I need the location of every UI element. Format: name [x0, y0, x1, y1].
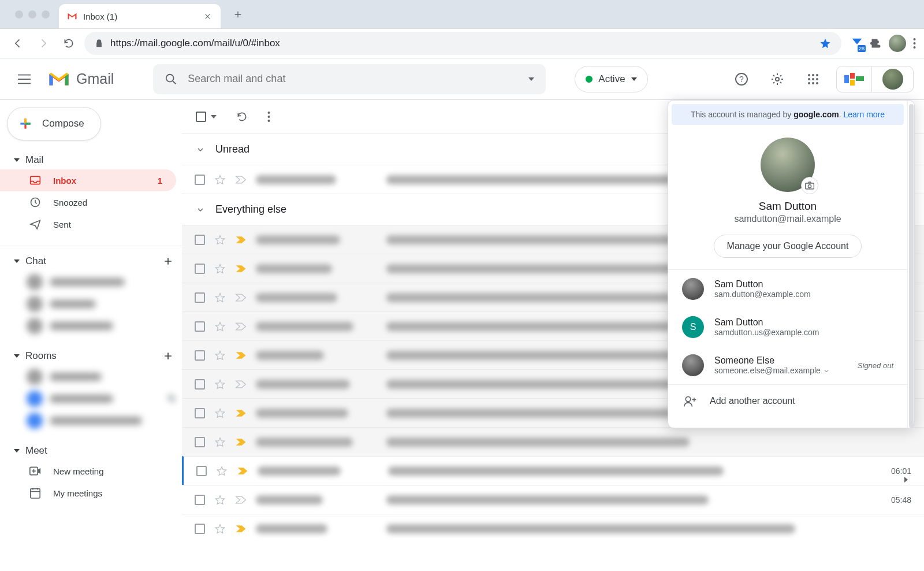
- search-options-icon[interactable]: [528, 77, 534, 81]
- sidebar-item-new-meeting[interactable]: New meeting: [0, 460, 176, 482]
- importance-icon[interactable]: [237, 466, 248, 476]
- star-icon[interactable]: [214, 523, 226, 535]
- importance-icon[interactable]: [235, 495, 247, 505]
- row-checkbox[interactable]: [195, 350, 205, 361]
- chevron-down-icon: [14, 354, 20, 358]
- star-icon[interactable]: [214, 234, 226, 246]
- importance-icon[interactable]: [235, 264, 247, 273]
- star-icon[interactable]: [214, 174, 226, 186]
- star-icon[interactable]: [214, 494, 226, 506]
- chat-contact[interactable]: [27, 294, 176, 314]
- more-icon[interactable]: [267, 111, 270, 123]
- importance-icon[interactable]: [235, 351, 247, 360]
- importance-icon[interactable]: [235, 380, 247, 389]
- popover-scrollbar[interactable]: [907, 101, 914, 428]
- back-button[interactable]: [8, 34, 28, 53]
- status-pill[interactable]: Active: [575, 66, 647, 92]
- row-checkbox[interactable]: [195, 495, 205, 505]
- room-item[interactable]: [27, 410, 176, 431]
- help-icon[interactable]: ?: [729, 66, 754, 92]
- star-icon[interactable]: [214, 292, 226, 303]
- row-checkbox[interactable]: [195, 292, 205, 303]
- manage-account-button[interactable]: Manage your Google Account: [714, 235, 862, 258]
- apps-grid-icon[interactable]: [800, 66, 826, 92]
- row-checkbox[interactable]: [195, 379, 205, 390]
- add-room-icon[interactable]: [162, 350, 174, 362]
- mail-list: Unread Everything else: [182, 100, 924, 571]
- refresh-icon[interactable]: [236, 111, 248, 123]
- gmail-brand[interactable]: Gmail: [47, 71, 114, 88]
- meet-section-header[interactable]: Meet: [0, 442, 182, 460]
- account-row[interactable]: Someone Else someone.else@mail.example S…: [668, 346, 907, 384]
- sidebar-item-inbox[interactable]: Inbox 1: [0, 169, 176, 191]
- importance-icon[interactable]: [235, 437, 247, 447]
- puzzle-icon[interactable]: [870, 38, 882, 49]
- importance-icon[interactable]: [235, 524, 247, 533]
- window-controls[interactable]: [7, 10, 54, 18]
- url-bar[interactable]: https://mail.google.com/mail/u/0/#inbox: [84, 32, 841, 55]
- row-checkbox[interactable]: [195, 321, 205, 332]
- search-box[interactable]: [153, 64, 546, 94]
- account-row[interactable]: Sam Dutton sam.dutton@example.com: [668, 270, 907, 308]
- star-icon[interactable]: [214, 263, 226, 275]
- importance-icon[interactable]: [235, 175, 247, 184]
- row-checkbox[interactable]: [195, 408, 205, 418]
- importance-icon[interactable]: [235, 409, 247, 418]
- browser-tab[interactable]: Inbox (1): [59, 4, 221, 28]
- row-checkbox[interactable]: [195, 235, 205, 245]
- star-icon[interactable]: [214, 407, 226, 419]
- calendar-icon: [29, 487, 42, 499]
- star-icon[interactable]: [214, 379, 226, 390]
- row-checkbox[interactable]: [195, 524, 205, 534]
- account-avatar-large[interactable]: [761, 138, 815, 192]
- sidebar-item-sent[interactable]: Sent: [0, 213, 176, 235]
- chat-contact[interactable]: [27, 272, 176, 292]
- star-icon[interactable]: [214, 321, 226, 332]
- mail-section-header[interactable]: Mail: [0, 151, 182, 169]
- row-checkbox[interactable]: [196, 466, 207, 476]
- bookmark-star-icon[interactable]: [819, 38, 831, 49]
- add-account-button[interactable]: Add another account: [668, 384, 907, 417]
- close-tab-icon[interactable]: [204, 13, 211, 20]
- importance-icon[interactable]: [235, 293, 247, 302]
- sidebar-item-my-meetings[interactable]: My meetings: [0, 482, 176, 504]
- clock-icon: [29, 196, 42, 208]
- chat-section-header[interactable]: Chat: [0, 252, 182, 270]
- show-side-panel-icon[interactable]: [896, 470, 916, 490]
- mail-row[interactable]: 06:01: [182, 456, 924, 485]
- mail-row[interactable]: [182, 427, 924, 456]
- star-icon[interactable]: [216, 465, 228, 477]
- row-checkbox[interactable]: [195, 264, 205, 274]
- workspace-icon[interactable]: [836, 66, 872, 92]
- settings-gear-icon[interactable]: [765, 66, 790, 92]
- row-checkbox[interactable]: [195, 437, 205, 447]
- extension-icon[interactable]: 28: [851, 37, 863, 50]
- chrome-menu-icon[interactable]: [913, 38, 916, 49]
- chrome-profile-avatar[interactable]: [889, 35, 906, 52]
- importance-icon[interactable]: [235, 322, 247, 331]
- search-input[interactable]: [188, 73, 518, 85]
- add-chat-icon[interactable]: [162, 255, 174, 267]
- camera-icon[interactable]: [801, 177, 818, 194]
- room-item[interactable]: [27, 388, 176, 409]
- compose-button[interactable]: Compose: [7, 107, 101, 140]
- gmail-logo-icon: [47, 71, 70, 88]
- chat-contact[interactable]: [27, 316, 176, 336]
- account-avatar[interactable]: [872, 66, 914, 92]
- forward-button[interactable]: [33, 34, 53, 53]
- mail-row[interactable]: 05:48: [182, 485, 924, 514]
- star-icon[interactable]: [214, 350, 226, 361]
- account-row[interactable]: S Sam Dutton samdutton.us@example.com: [668, 308, 907, 346]
- reload-button[interactable]: [59, 34, 79, 53]
- new-tab-icon[interactable]: [233, 10, 243, 19]
- rooms-section-header[interactable]: Rooms: [0, 347, 182, 365]
- importance-icon[interactable]: [235, 235, 247, 244]
- mail-row[interactable]: [182, 514, 924, 543]
- star-icon[interactable]: [214, 436, 226, 448]
- row-checkbox[interactable]: [195, 175, 205, 185]
- learn-more-link[interactable]: Learn more: [843, 110, 885, 119]
- sidebar-item-snoozed[interactable]: Snoozed: [0, 191, 176, 213]
- select-all-checkbox[interactable]: [196, 112, 217, 122]
- main-menu-icon[interactable]: [10, 65, 38, 93]
- room-item[interactable]: [27, 366, 176, 387]
